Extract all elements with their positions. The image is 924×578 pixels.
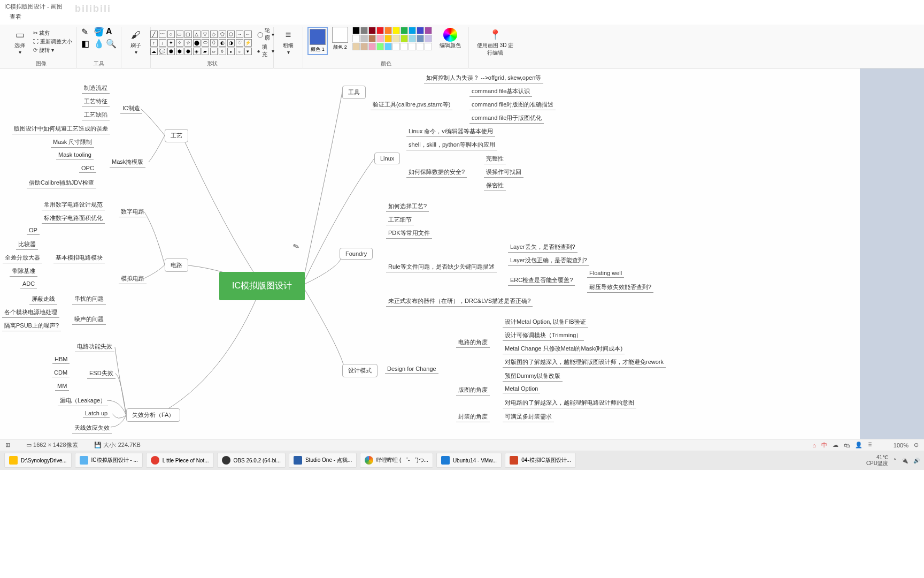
pencil-icon[interactable]: ✎ (81, 27, 92, 37)
tray-icon[interactable]: ☁ (833, 442, 838, 448)
fill-icon[interactable]: 🪣 (94, 27, 104, 37)
color-swatch[interactable] (352, 35, 360, 42)
tray-icon[interactable]: ⠿ (868, 442, 872, 448)
tab-view[interactable]: 查看 (10, 13, 21, 20)
color-swatch[interactable] (425, 43, 432, 50)
leaf: Design for Change (385, 364, 438, 374)
leaf: 模拟电路 (119, 273, 147, 284)
color-swatch[interactable] (352, 43, 360, 50)
color-swatch[interactable] (401, 35, 408, 42)
color-swatch[interactable] (409, 35, 416, 42)
task-item[interactable]: 哔哩哔哩 ( ゜- ゜)つ... (360, 453, 433, 468)
shape-gallery[interactable]: ╱〰○▭▢△▽◇⬠⬡→← ↑↓✦✧☆⬤⬭⬯◐◑♡⚡ ☁💬⬟⬢⬣◈▰▱◊⬥⬦▾ (150, 31, 252, 55)
color-swatch[interactable] (376, 43, 384, 50)
text-icon[interactable]: A (106, 27, 117, 37)
color-swatch[interactable] (384, 35, 392, 42)
color-swatch[interactable] (352, 27, 360, 34)
color1-swatch[interactable] (310, 29, 326, 45)
leaf: Linux 命令，vi编辑器等基本使用 (406, 126, 495, 137)
color-swatch[interactable] (376, 35, 384, 42)
color-swatch[interactable] (425, 35, 432, 42)
color-swatch[interactable] (392, 43, 400, 50)
task-item[interactable]: OBS 26.0.2 (64-bi... (217, 453, 286, 468)
leaf: 完整性 (484, 154, 506, 164)
leaf: command file基本认识 (469, 86, 532, 97)
leaf: Latch up (83, 409, 110, 418)
color-swatch[interactable] (360, 43, 368, 50)
color-swatch[interactable] (409, 43, 416, 50)
outline-button[interactable]: ◯ 轮廓 ▾ (257, 27, 274, 42)
tray-icon[interactable]: 中 (821, 441, 827, 449)
group-tools: ✎ 🪣 A ◧ 💧 🔍 工具 (77, 27, 121, 69)
leaf: command file用于版图优化 (469, 113, 544, 124)
color-swatch[interactable] (368, 43, 376, 50)
color-swatch[interactable] (368, 35, 376, 42)
color-swatch[interactable] (425, 27, 432, 34)
leaf: 借助Calibre辅助JDV检查 (27, 178, 96, 188)
cpu-temp-label: CPU温度 (866, 460, 888, 466)
volume-icon[interactable]: 🔊 (913, 458, 920, 463)
color-swatch[interactable] (360, 35, 368, 42)
resize-button[interactable]: ⛶ 重新调整大小 (33, 38, 72, 45)
battery-icon[interactable]: 🔌 (902, 458, 908, 463)
leaf: 误操作可找回 (484, 167, 523, 178)
leaf: 设计可修调模块（Trimming） (503, 330, 584, 341)
leaf: PDK等常用文件 (386, 228, 432, 239)
crop-button[interactable]: ✂ 裁剪 (33, 29, 72, 37)
canvas[interactable]: IC模拟版图设计 ✎ 工艺 IC制造 制造流程 工艺特征 工艺缺陷 版图设计中如… (0, 69, 924, 439)
color-swatch[interactable] (392, 35, 400, 42)
select-button[interactable]: ▭选择▾ (10, 27, 30, 56)
edit-colors-button[interactable]: 编辑颜色 (436, 27, 464, 50)
color2-swatch[interactable] (332, 27, 348, 43)
task-item[interactable]: D:\SynologyDrive... (4, 453, 72, 468)
thickness-button[interactable]: ≡粗细▾ (278, 27, 298, 56)
zoom-out-button[interactable]: ⊖ (914, 442, 919, 448)
tray-icon[interactable]: 🛍 (844, 442, 850, 448)
color-swatch[interactable] (368, 27, 376, 34)
leaf: IC制造 (120, 103, 142, 114)
rotate-button[interactable]: ⟳ 旋转 ▾ (33, 47, 72, 54)
zoom-label: 100% (894, 442, 908, 448)
leaf: 屏蔽走线 (29, 294, 57, 305)
color-swatch[interactable] (360, 27, 368, 34)
eraser-icon[interactable]: ◧ (81, 39, 92, 49)
color-swatch[interactable] (401, 43, 408, 50)
color-swatch[interactable] (417, 43, 424, 50)
picker-icon[interactable]: 💧 (94, 39, 104, 49)
task-item[interactable]: Ubuntu14 - VMw... (436, 453, 502, 468)
leaf: 对电路的了解越深入，越能理解电路设计师的意图 (503, 398, 636, 408)
leaf: 漏电（Leakage） (58, 396, 108, 406)
leaf: 各个模块电源地处理 (2, 307, 59, 318)
leaf: 数字电路 (119, 207, 147, 217)
task-item[interactable]: 04-模拟IC版图设计... (505, 453, 576, 468)
task-item[interactable]: IC模拟版图设计 - ... (75, 453, 143, 468)
color-palette[interactable] (352, 27, 432, 50)
leaf: 保密性 (484, 180, 506, 191)
fill-button[interactable]: ● 填充 ▾ (257, 43, 274, 58)
brush-button[interactable]: 🖌刷子▾ (126, 27, 146, 56)
color-swatch[interactable] (376, 27, 384, 34)
color-swatch[interactable] (384, 27, 392, 34)
leaf: OP (27, 226, 40, 235)
color-swatch[interactable] (401, 27, 408, 34)
zoom-icon[interactable]: 🔍 (106, 39, 117, 49)
leaf: Rule等文件问题，是否缺少关键问题描述 (386, 262, 497, 272)
leaf: 如何保障数据的安全? (406, 167, 467, 178)
leaf: 全差分放大器 (3, 253, 42, 263)
tray-icon[interactable]: ⌂ (812, 442, 816, 448)
color-swatch[interactable] (409, 27, 416, 34)
task-item[interactable]: Studio One - 点我... (289, 453, 357, 468)
leaf: 验证工具(calibre,pvs,starrc等) (371, 100, 452, 110)
task-item[interactable]: Little Piece of Not... (146, 453, 214, 468)
leaf: ERC检查是否能全覆盖? (508, 275, 575, 286)
tray-icon[interactable]: 👤 (855, 442, 863, 448)
leaf: Floating well (587, 269, 624, 278)
taskbar: D:\SynologyDrive... IC模拟版图设计 - ... Littl… (0, 451, 924, 470)
color-swatch[interactable] (384, 43, 392, 50)
color-swatch[interactable] (417, 35, 424, 42)
paint3d-button[interactable]: 📍使用画图 3D 进行编辑 (473, 27, 517, 58)
color-swatch[interactable] (417, 27, 424, 34)
bilibili-watermark: bilibili (75, 3, 111, 14)
chevron-up-icon[interactable]: ˄ (894, 458, 896, 463)
color-swatch[interactable] (392, 27, 400, 34)
